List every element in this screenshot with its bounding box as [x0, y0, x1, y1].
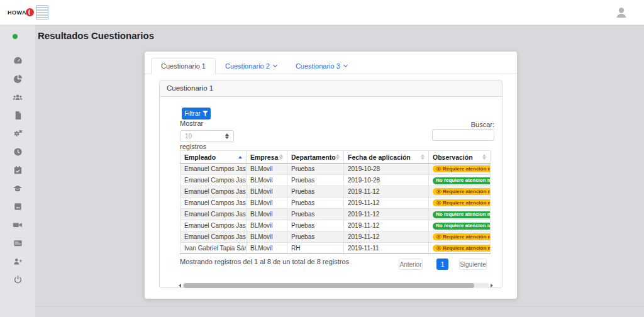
- cell-observacion: Requiere atención medica: [429, 186, 491, 197]
- tab-cuestionario-1[interactable]: Cuestionario 1: [151, 58, 216, 74]
- sidebar-item-document[interactable]: [0, 106, 35, 125]
- cell-departamento: Pruebas: [287, 164, 344, 175]
- footer-divider: [35, 306, 644, 307]
- column-header-empleado[interactable]: Empleado: [180, 151, 247, 164]
- column-header-empresa[interactable]: Empresa: [247, 151, 287, 164]
- power-icon: [13, 275, 23, 284]
- sidebar-item-power[interactable]: [0, 270, 35, 289]
- pagination-previous-button[interactable]: Anterior: [399, 259, 423, 270]
- cell-empresa: BLMovil: [247, 209, 287, 220]
- brand-logo-text: HOWA: [8, 9, 26, 16]
- sidebar: [0, 25, 35, 317]
- scrollbar-thumb[interactable]: [184, 283, 474, 288]
- sidebar-item-users[interactable]: [0, 88, 35, 106]
- image-icon: [13, 202, 23, 211]
- app-root: HOWA Resultados Cuestionarios Cuestionar…: [0, 0, 644, 317]
- graduation-cap-icon: [13, 184, 23, 193]
- sidebar-item-graduation-cap[interactable]: [0, 179, 35, 197]
- tab-label: Cuestionario 3: [296, 62, 340, 70]
- user-avatar-icon[interactable]: [614, 5, 629, 20]
- questionnaire-panel: Cuestionario 1 Filtrar Mostrar 10 regist…: [159, 80, 502, 288]
- eye-icon: [436, 189, 441, 194]
- questionnaire-card: Cuestionario 1Cuestionario 2Cuestionario…: [145, 52, 517, 299]
- panel-title: Cuestionario 1: [160, 81, 502, 97]
- eye-icon: [436, 201, 441, 205]
- table-icon: [13, 238, 23, 248]
- cell-departamento: Pruebas: [287, 175, 344, 186]
- cell-departamento: Pruebas: [287, 231, 344, 243]
- cogs-icon: [13, 129, 23, 138]
- sidebar-item-video-camera[interactable]: [0, 216, 35, 234]
- table-row: Emanuel Campos JassoBLMovilPruebas2019-1…: [180, 220, 491, 231]
- chart-pie-icon: [13, 74, 23, 84]
- chevron-down-icon: [343, 63, 348, 67]
- cell-empleado: Emanuel Campos Jasso: [180, 209, 247, 220]
- column-header-observaci-n[interactable]: Observación: [429, 151, 491, 164]
- sidebar-item-dashboard[interactable]: [0, 52, 35, 70]
- page-size-select[interactable]: 10: [180, 130, 234, 142]
- cell-fecha: 2019-11-12: [344, 220, 429, 231]
- badge-text: No requiere atencion medica: [436, 178, 491, 183]
- cell-observacion: Requiere atención medica: [429, 231, 491, 243]
- clock-icon: [13, 147, 23, 157]
- cell-observacion: No requiere atencion medica: [429, 209, 491, 220]
- sidebar-menu: [0, 52, 35, 289]
- observacion-badge: Requiere atención medica: [433, 199, 491, 206]
- sidebar-item-calendar-check[interactable]: [0, 161, 35, 179]
- sidebar-item-image[interactable]: [0, 197, 35, 216]
- pagination-next-button[interactable]: Siguiente: [459, 259, 487, 270]
- cell-fecha: 2019-11-12: [344, 209, 429, 220]
- column-label: Empresa: [250, 153, 278, 161]
- search-input[interactable]: [432, 129, 494, 141]
- column-label: Departamento: [291, 153, 336, 161]
- tab-cuestionario-2[interactable]: Cuestionario 2: [216, 58, 286, 74]
- eye-icon: [436, 235, 441, 239]
- cell-empresa: BLMovil: [247, 164, 287, 175]
- scroll-left-arrow-icon[interactable]: [179, 284, 181, 287]
- cell-empleado: Ivan Gabriel Tapia Sánchez: [180, 243, 247, 254]
- scroll-right-arrow-icon[interactable]: [491, 284, 493, 287]
- eye-icon: [436, 167, 441, 171]
- sidebar-item-clock[interactable]: [0, 143, 35, 161]
- badge-text: No requiere atencion medica: [436, 223, 491, 228]
- scrollbar-track[interactable]: [182, 283, 489, 288]
- table-row: Emanuel Campos JassoBLMovilPruebas2019-1…: [180, 197, 491, 209]
- menu-list-icon[interactable]: [36, 5, 48, 20]
- filter-funnel-icon: [203, 111, 208, 116]
- column-header-departamento[interactable]: Departamento: [287, 151, 344, 164]
- horizontal-scrollbar: [179, 283, 493, 288]
- cell-empresa: BLMovil: [247, 197, 287, 209]
- page-title: Resultados Cuestionarios: [38, 30, 154, 41]
- table-row: Emanuel Campos JassoBLMovilPruebas2019-1…: [180, 164, 491, 175]
- pagination-page-1-button[interactable]: 1: [436, 259, 448, 270]
- sidebar-item-user-plus[interactable]: [0, 252, 35, 270]
- table-header-row: EmpleadoEmpresaDepartamentoFecha de apli…: [180, 151, 491, 164]
- column-label: Observación: [433, 153, 473, 161]
- observacion-badge: Requiere atención medica: [433, 165, 491, 172]
- cell-departamento: RH: [287, 243, 344, 254]
- sidebar-item-chart-pie[interactable]: [0, 70, 35, 88]
- sort-icon: [421, 154, 425, 160]
- observacion-badge: Requiere atención medica: [433, 233, 491, 240]
- filter-button[interactable]: Filtrar: [182, 108, 211, 120]
- cell-empresa: BLMovil: [247, 186, 287, 197]
- brand-logo[interactable]: HOWA: [8, 8, 34, 16]
- cell-fecha: 2019-11-12: [344, 197, 429, 209]
- page-size-value: 10: [185, 133, 192, 140]
- column-header-fecha-de-aplicaci-n[interactable]: Fecha de aplicación: [344, 151, 429, 164]
- tab-bar: Cuestionario 1Cuestionario 2Cuestionario…: [145, 58, 517, 74]
- table-row: Emanuel Campos JassoBLMovilPruebas2019-1…: [180, 231, 491, 243]
- cell-departamento: Pruebas: [287, 220, 344, 231]
- sidebar-item-table[interactable]: [0, 234, 35, 252]
- cell-observacion: No requiere atencion medica: [429, 220, 491, 231]
- badge-text: Requiere atención medica: [443, 235, 491, 240]
- cell-empleado: Emanuel Campos Jasso: [180, 197, 247, 209]
- cell-departamento: Pruebas: [287, 209, 344, 220]
- cell-observacion: No requiere atencion medica: [429, 175, 491, 186]
- observacion-badge: No requiere atencion medica: [433, 177, 491, 184]
- tab-cuestionario-3[interactable]: Cuestionario 3: [286, 58, 357, 74]
- records-info: Mostrando registros del 1 al 8 de un tot…: [180, 257, 351, 267]
- badge-text: Requiere atención medica: [443, 246, 491, 251]
- sidebar-item-cogs[interactable]: [0, 125, 35, 143]
- tab-label: Cuestionario 1: [161, 62, 206, 70]
